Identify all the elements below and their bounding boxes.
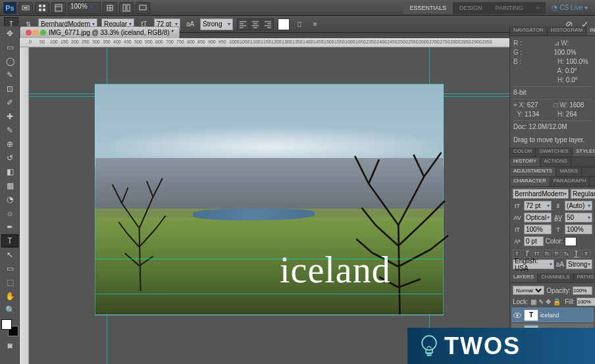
anti-alias-select[interactable]: Strong▾ xyxy=(200,18,233,30)
shape-tool[interactable]: ▭ xyxy=(1,262,18,275)
lock-pixels-icon[interactable]: ✎ xyxy=(538,298,544,305)
watermark-text: TWOS xyxy=(444,332,521,360)
tab-actions[interactable]: ACTIONS xyxy=(540,157,571,167)
hand-icon[interactable] xyxy=(103,2,117,14)
tab-channels[interactable]: CHANNELS xyxy=(538,273,574,282)
char-color-swatch[interactable] xyxy=(565,237,577,246)
document-tab[interactable]: IMG_6771.jpg @ 33.3% (iceland, RGB/8) * xyxy=(20,26,180,38)
char-baseline-input[interactable]: 0 pt xyxy=(524,236,544,246)
lock-all-icon[interactable]: 🔒 xyxy=(553,298,561,305)
workspace-overflow-icon[interactable]: » xyxy=(529,2,546,14)
layer-name[interactable]: iceland xyxy=(540,312,559,319)
path-select-tool[interactable]: ↖ xyxy=(1,248,18,261)
info-bit-depth: 8-bit xyxy=(513,88,592,97)
tab-paths[interactable]: PATHS xyxy=(574,273,595,282)
move-tool[interactable]: ✥ xyxy=(1,27,18,40)
char-language-select[interactable]: English: USA▾ xyxy=(513,259,554,269)
eraser-tool[interactable]: ◧ xyxy=(1,165,18,178)
tab-color[interactable]: COLOR xyxy=(510,147,536,157)
dodge-tool[interactable]: ☼ xyxy=(1,207,18,220)
blur-tool[interactable]: ◔ xyxy=(1,193,18,206)
tab-paragraph[interactable]: PARAGRAPH xyxy=(550,177,590,186)
hand-tool[interactable]: ✋ xyxy=(1,290,18,303)
lock-transparency-icon[interactable]: ▦ xyxy=(530,298,536,305)
horizontal-ruler[interactable]: 0501001502002503003504004505005506007007… xyxy=(20,38,509,47)
strikethrough-button[interactable]: Ŧ xyxy=(582,249,590,258)
warp-text-icon[interactable]: ⌷ xyxy=(294,18,305,30)
workspace-tab-painting[interactable]: PAINTING xyxy=(489,2,530,14)
align-left-button[interactable] xyxy=(237,18,249,30)
char-aa-select[interactable]: Strong▾ xyxy=(566,259,592,269)
tab-info[interactable]: INFO xyxy=(586,26,595,36)
quick-select-tool[interactable]: ✎ xyxy=(1,68,18,82)
tools-panel: ✥ ▭ ◯ ✎ ⊡ ✐ ✚ ✎ ⊕ ↺ ◧ ▦ ◔ ☼ ✒ T ↖ ▭ ⬚ ✋ … xyxy=(0,26,20,364)
character-panel-icon[interactable]: ≡ xyxy=(309,18,321,30)
stamp-tool[interactable]: ⊕ xyxy=(1,138,18,151)
tab-histogram[interactable]: HISTOGRAM xyxy=(548,26,586,36)
marquee-tool[interactable]: ▭ xyxy=(1,41,18,54)
char-hscale-input[interactable]: 100% xyxy=(565,224,592,234)
vertical-ruler[interactable] xyxy=(20,47,29,364)
blend-mode-select[interactable]: Normal xyxy=(513,286,544,295)
char-leading-select[interactable]: (Auto)▾ xyxy=(565,201,592,211)
arrange-icon[interactable] xyxy=(119,2,134,14)
minimize-icon[interactable] xyxy=(33,30,39,36)
tab-adjustments[interactable]: ADJUSTMENTS xyxy=(510,167,556,176)
tab-navigator[interactable]: NAVIGATOR xyxy=(510,26,548,36)
tab-styles[interactable]: STYLES xyxy=(573,147,595,157)
cs-live-button[interactable]: ◔ CS Live ▾ xyxy=(548,4,592,11)
char-font-select[interactable]: BernhardModern▾ xyxy=(513,189,569,199)
pen-tool[interactable]: ✒ xyxy=(1,221,18,234)
crop-tool[interactable]: ⊡ xyxy=(1,82,18,95)
brush-tool[interactable]: ✎ xyxy=(1,124,18,137)
underline-button[interactable]: T xyxy=(572,249,581,258)
mini-bridge-icon[interactable] xyxy=(35,2,49,14)
tab-masks[interactable]: MASKS xyxy=(556,167,582,176)
tab-swatches[interactable]: SWATCHES xyxy=(536,147,572,157)
lightbulb-icon xyxy=(417,333,441,359)
char-tracking-select[interactable]: 50▾ xyxy=(565,213,592,222)
tab-character[interactable]: CHARACTER xyxy=(510,177,550,186)
screen-mode-icon[interactable] xyxy=(136,2,150,14)
type-tool[interactable]: T xyxy=(1,234,18,247)
align-center-button[interactable] xyxy=(249,18,261,30)
view-extras-icon[interactable] xyxy=(51,2,66,14)
canvas-image[interactable]: iceland xyxy=(95,84,444,315)
canvas-area[interactable]: iceland xyxy=(29,47,509,364)
type-layer-text[interactable]: iceland xyxy=(280,249,391,291)
bridge-icon[interactable] xyxy=(18,2,33,14)
healing-tool[interactable]: ✚ xyxy=(1,110,18,123)
char-kerning-select[interactable]: Optical▾ xyxy=(524,213,552,222)
opacity-input[interactable] xyxy=(573,286,592,295)
close-icon[interactable] xyxy=(26,30,32,36)
foreground-background-colors[interactable] xyxy=(1,319,18,336)
maximize-icon[interactable] xyxy=(40,30,46,36)
quick-mask-icon[interactable]: ◙ xyxy=(1,339,18,352)
guide-horizontal[interactable] xyxy=(95,294,443,294)
layer-row-text[interactable]: T iceland xyxy=(511,307,594,323)
3d-tool[interactable]: ⬚ xyxy=(1,276,18,289)
history-brush-tool[interactable]: ↺ xyxy=(1,151,18,165)
foreground-color-swatch[interactable] xyxy=(1,319,12,330)
guide-horizontal[interactable] xyxy=(95,259,443,259)
align-right-button[interactable] xyxy=(262,18,274,30)
workspace-tab-essentials[interactable]: ESSENTIALS xyxy=(403,2,453,14)
char-size-select[interactable]: 72 pt▾ xyxy=(524,201,552,211)
tab-history[interactable]: HISTORY xyxy=(510,157,540,167)
tree-left xyxy=(109,153,172,303)
gradient-tool[interactable]: ▦ xyxy=(1,179,18,192)
workspace-tab-design[interactable]: DESIGN xyxy=(453,2,489,14)
subscript-button[interactable]: T₁ xyxy=(562,249,571,258)
char-vscale-input[interactable]: 100% xyxy=(524,224,552,234)
zoom-select[interactable]: 100% ▼ xyxy=(68,2,101,14)
fill-input[interactable] xyxy=(577,298,595,306)
eyedropper-tool[interactable]: ✐ xyxy=(1,96,18,109)
lock-position-icon[interactable]: ✥ xyxy=(546,298,551,305)
zoom-tool[interactable]: 🔍 xyxy=(1,303,18,317)
tab-layers[interactable]: LAYERS xyxy=(510,273,538,282)
superscript-button[interactable]: T¹ xyxy=(552,249,561,258)
text-color-swatch[interactable] xyxy=(278,18,290,30)
visibility-toggle[interactable] xyxy=(513,311,522,320)
char-style-select[interactable]: Regular▾ xyxy=(571,189,595,199)
lasso-tool[interactable]: ◯ xyxy=(1,55,18,68)
